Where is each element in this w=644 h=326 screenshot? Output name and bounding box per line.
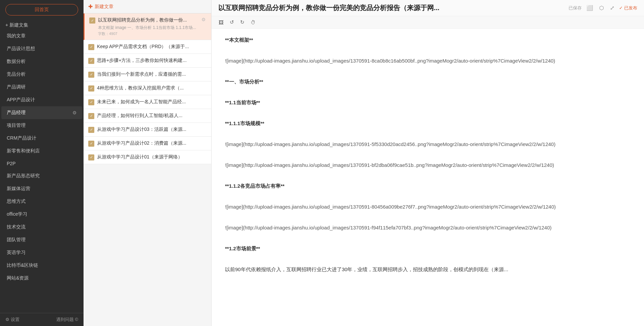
sidebar-item-product-design[interactable]: 产品设计思想 (1, 42, 82, 55)
check-icon: ✓ (89, 17, 95, 24)
settings-link[interactable]: ⚙ 设置 (5, 317, 20, 323)
article-item[interactable]: ✓从游戏中学习产品设计03：活跃篇（来源... (84, 123, 211, 137)
editor-content-line (225, 46, 631, 55)
check-icon: ✓ (88, 85, 94, 92)
check-icon: ✓ (88, 127, 94, 133)
article-content: 未来已来，如何成为一名人工智能产品经... (97, 99, 206, 105)
help-link[interactable]: 遇到问题 © (56, 317, 78, 323)
article-item[interactable]: ✓4种思维方法，教你深入挖掘用户需求（... (84, 81, 211, 95)
editor-panel: 以互联网招聘竞品分析为例，教你做一份完美的竞品分析报告（来源于网... 已保存 … (212, 0, 644, 326)
layout-icon[interactable]: ⬡ (598, 4, 605, 12)
new-article-button[interactable]: ✚ 新建文章 (84, 0, 211, 13)
sidebar-item-data-analysis[interactable]: 数据分析 (1, 55, 82, 68)
image-tool-button[interactable]: 🖼 (217, 19, 225, 26)
article-item[interactable]: ✓Keep APP产品需求文档（PRD）（来源于... (84, 40, 211, 54)
editor-body[interactable]: **本文框架** ![image](http://upload-images.j… (212, 29, 644, 326)
editor-content-line (225, 171, 631, 180)
article-item[interactable]: ✓从游戏中学习产品设计01（来源于网络） (84, 150, 211, 164)
sidebar-item-product-manager[interactable]: 产品经理⚙ (1, 106, 82, 119)
new-article-label: 新建文章 (95, 4, 114, 10)
editor-content-line (225, 254, 631, 263)
sidebar-item-thinking-methods[interactable]: 思维方式 (1, 195, 82, 208)
editor-content-line: 以前90年代依赖报纸介入，互联网招聘行业已大进了30年，业绩，互联网招聘步入，招… (225, 265, 631, 274)
sidebar-item-team-management[interactable]: 团队管理 (1, 233, 82, 246)
article-content: 从游戏中学习产品设计03：活跃篇（来源... (97, 126, 206, 133)
undo-button[interactable]: ↺ (228, 18, 236, 26)
editor-toolbar: 🖼 ↺ ↻ ⏱ (212, 16, 644, 29)
article-title: 从游戏中学习产品设计03：活跃篇（来源... (97, 126, 206, 133)
sidebar-item-label: 项目管理 (7, 122, 26, 129)
sidebar-item-english-learning[interactable]: 英语学习 (1, 246, 82, 259)
editor-content-line: **1.1当前市场** (225, 98, 631, 107)
sidebar-item-p2p[interactable]: P2P (1, 157, 82, 170)
article-content: 思路+步骤+方法，三步教你如何快速构建... (97, 57, 206, 64)
sidebar-item-label: APP产品设计 (7, 97, 35, 103)
back-home-button[interactable]: 回首页 (5, 4, 78, 15)
sidebar-item-label: 新产品形态研究 (7, 173, 40, 179)
editor-content-line (225, 192, 631, 201)
article-item[interactable]: ✓产品经理，如何转行到人工智能/机器人... (84, 109, 211, 123)
article-items-container: ✓以互联网招聘竞品分析为例，教你做一份...本文框架 image 一、市场分析 … (84, 13, 211, 326)
sidebar-item-app-product-design[interactable]: APP产品设计 (1, 94, 82, 106)
article-gear-button[interactable]: ⚙ (201, 17, 206, 22)
copy-icon[interactable]: ⬜ (585, 4, 594, 12)
editor-content-line: **1.2市场前景** (225, 244, 631, 253)
article-item[interactable]: ✓思路+步骤+方法，三步教你如何快速构建... (84, 54, 211, 68)
bottom-bar: ⚙ 设置 遇到问题 © (0, 313, 84, 326)
article-item[interactable]: ✓以互联网招聘竞品分析为例，教你做一份...本文框架 image 一、市场分析 … (84, 13, 211, 40)
article-title: 思路+步骤+方法，三步教你如何快速构建... (97, 57, 206, 64)
sidebar-item-website-resources[interactable]: 网站&资源 (1, 272, 82, 285)
check-icon: ✓ (88, 113, 94, 119)
check-icon: ✓ (88, 58, 94, 64)
sidebar-item-label: 技术交流 (7, 224, 26, 230)
sidebar-item-label: 产品调研 (7, 84, 26, 90)
sidebar-item-new-retail[interactable]: 新零售和便利店 (1, 145, 82, 157)
redo-button[interactable]: ↻ (238, 18, 246, 26)
article-title: 从游戏中学习产品设计02：消费篇（来源... (97, 140, 206, 147)
article-title: 未来已来，如何成为一名人工智能产品经... (97, 99, 206, 105)
sidebar-item-label: 团队管理 (7, 237, 26, 243)
sidebar-item-product-research[interactable]: 产品调研 (1, 81, 82, 94)
check-icon: ✓ (88, 99, 94, 105)
published-button[interactable]: ✓ 已发布 (619, 5, 637, 11)
check-icon: ✓ (88, 44, 94, 50)
sidebar: 回首页 + 新建文集 我的文章产品设计思想数据分析竞品分析产品调研APP产品设计… (0, 0, 84, 326)
sidebar-item-competitive-analysis[interactable]: 竞品分析 (1, 68, 82, 81)
expand-icon[interactable]: ⤢ (609, 4, 616, 12)
plus-icon: ✚ (88, 3, 93, 10)
article-title: Keep APP产品需求文档（PRD）（来源于... (97, 43, 206, 50)
article-item[interactable]: ✓从游戏中学习产品设计02：消费篇（来源... (84, 137, 211, 150)
article-desc: 本文框架 image 一、市场分析 1.1当前市场 1.1.1市场... (98, 25, 198, 31)
article-item[interactable]: ✓未来已来，如何成为一名人工智能产品经... (84, 95, 211, 109)
sidebar-item-project-management[interactable]: 项目管理 (1, 119, 82, 132)
sidebar-item-new-product-forms[interactable]: 新产品形态研究 (1, 170, 82, 182)
article-content: 以互联网招聘竞品分析为例，教你做一份...本文框架 image 一、市场分析 1… (98, 17, 198, 36)
editor-content-line (225, 87, 631, 97)
sidebar-item-bitcoin[interactable]: 比特币&区块链 (1, 259, 82, 272)
gear-icon[interactable]: ⚙ (72, 110, 77, 115)
sidebar-item-label: 新媒体运营 (7, 186, 30, 192)
article-content: 产品经理，如何转行到人工智能/机器人... (97, 112, 206, 119)
sidebar-item-new-media[interactable]: 新媒体运营 (1, 182, 82, 195)
sidebar-item-crm-product[interactable]: CRM产品设计 (1, 132, 82, 145)
clock-button[interactable]: ⏱ (249, 19, 257, 26)
sidebar-item-tech-exchange[interactable]: 技术交流 (1, 221, 82, 233)
sidebar-item-label: 产品经理 (7, 110, 26, 116)
editor-actions: 已保存 ⬜ ⬡ ⤢ ✓ 已发布 (569, 4, 637, 12)
article-content: Keep APP产品需求文档（PRD）（来源于... (97, 43, 206, 50)
article-item[interactable]: ✓当我们接到一个新需求点时，应遵循的需... (84, 68, 211, 81)
sidebar-item-office-learning[interactable]: office学习 (1, 208, 82, 221)
sidebar-item-label: 思维方式 (7, 198, 26, 205)
editor-content-line (225, 67, 631, 76)
editor-content-line: ![image](http://upload-images.jianshu.io… (225, 223, 631, 232)
check-icon: ✓ (88, 154, 94, 160)
editor-content-line: ![image](http://upload-images.jianshu.io… (225, 140, 631, 149)
sidebar-item-label: 英语学习 (7, 250, 26, 256)
sidebar-item-my-articles[interactable]: 我的文章 (1, 30, 82, 42)
new-collection-button[interactable]: + 新建文集 (0, 20, 84, 30)
editor-content-line: ![image](http://upload-images.jianshu.io… (225, 160, 631, 170)
sidebar-item-label: P2P (7, 161, 15, 166)
article-content: 当我们接到一个新需求点时，应遵循的需... (97, 71, 206, 78)
sidebar-item-label: CRM产品设计 (7, 135, 36, 141)
editor-content-line: **一、市场分析** (225, 77, 631, 86)
